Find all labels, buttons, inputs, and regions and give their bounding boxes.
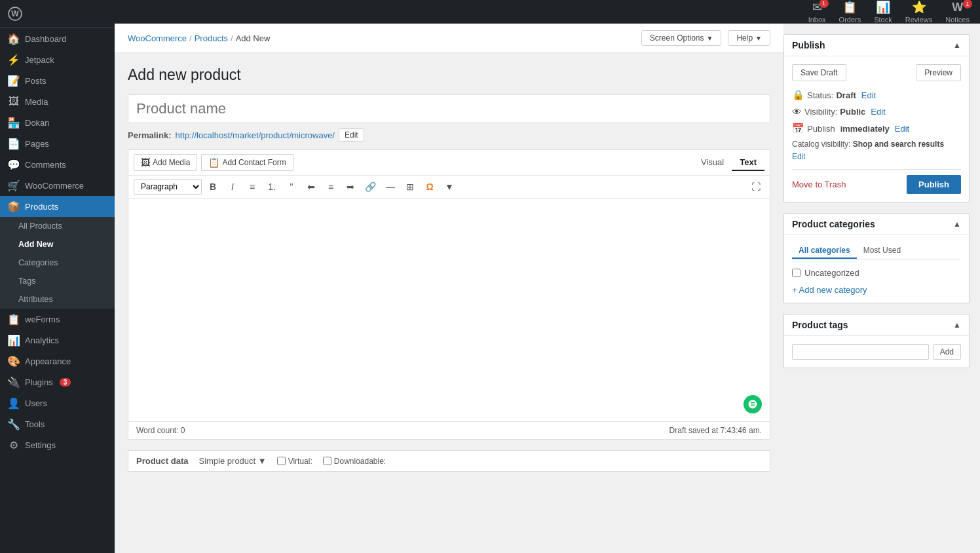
product-categories-body: All categories Most Used Uncategorized +… (784, 235, 969, 303)
horizontal-rule-button[interactable]: — (382, 178, 399, 195)
sidebar-item-products[interactable]: 📦 Products (0, 196, 115, 217)
align-left-button[interactable]: ⬅ (303, 178, 320, 195)
sidebar-item-plugins[interactable]: 🔌 Plugins 3 (0, 372, 115, 392)
grammarly-button[interactable] (744, 395, 762, 413)
sidebar-item-pages[interactable]: 📄 Pages (0, 133, 115, 154)
sidebar-item-weforms[interactable]: 📋 weForms (0, 309, 115, 330)
status-edit-link[interactable]: Edit (861, 90, 876, 100)
virtual-checkbox[interactable] (277, 457, 286, 465)
sidebar-item-all-products[interactable]: All Products (0, 217, 115, 235)
product-tags-toggle-icon[interactable]: ▲ (953, 320, 961, 330)
breadcrumb-woocommerce[interactable]: WooCommerce (128, 33, 187, 43)
add-contact-form-button[interactable]: 📋 Add Contact Form (201, 154, 293, 171)
publish-time-edit-link[interactable]: Edit (895, 124, 909, 134)
permalink-url[interactable]: http://localhost/market/product/microwav… (175, 130, 335, 140)
preview-button[interactable]: Preview (916, 64, 961, 81)
sidebar-item-jetpack[interactable]: ⚡ Jetpack (0, 49, 115, 70)
grammarly-icon (747, 399, 758, 410)
breadcrumb-actions: Screen Options ▼ Help ▼ (641, 30, 770, 46)
page-content: WooCommerce / Products / Add New Screen … (115, 24, 783, 553)
catalog-value: Shop and search results (853, 140, 944, 149)
sidebar-item-tools[interactable]: 🔧 Tools (0, 413, 115, 434)
align-center-button[interactable]: ≡ (322, 178, 339, 195)
topbar-reviews[interactable]: ⭐ Reviews (905, 0, 933, 24)
catalog-edit-link[interactable]: Edit (792, 152, 806, 161)
visibility-edit-link[interactable]: Edit (871, 107, 885, 117)
special-char-button[interactable]: Ω (421, 178, 438, 195)
products-submenu: All Products Add New Categories Tags Att… (0, 217, 115, 309)
breadcrumb-bar: WooCommerce / Products / Add New Screen … (115, 24, 783, 53)
italic-button[interactable]: I (224, 178, 241, 195)
format-select[interactable]: Paragraph Heading 1 Heading 2 Heading 3 … (134, 179, 202, 195)
ordered-list-button[interactable]: 1. (263, 178, 280, 195)
orders-icon: 📋 (842, 0, 857, 14)
sidebar-item-tags[interactable]: Tags (0, 272, 115, 290)
more-options-button[interactable]: ▼ (441, 178, 458, 195)
sidebar-item-add-new[interactable]: Add New (0, 235, 115, 254)
topbar-notices[interactable]: W Notices 1 (945, 1, 970, 24)
cat-item-uncategorized[interactable]: Uncategorized (792, 266, 961, 280)
add-tag-button[interactable]: Add (933, 344, 961, 360)
notices-badge: 1 (963, 0, 972, 9)
sidebar-item-users[interactable]: 👤 Users (0, 392, 115, 413)
table-button[interactable]: ⊞ (402, 178, 419, 195)
bold-button[interactable]: B (204, 178, 221, 195)
sidebar-item-posts[interactable]: 📝 Posts (0, 70, 115, 91)
move-to-trash-button[interactable]: Move to Trash (792, 180, 846, 189)
product-name-input[interactable] (128, 94, 770, 123)
blockquote-button[interactable]: " (283, 178, 300, 195)
sidebar-item-dokan[interactable]: 🏪 Dokan (0, 112, 115, 133)
sidebar-item-dashboard[interactable]: 🏠 Dashboard (0, 28, 115, 49)
topbar-inbox[interactable]: ✉ Inbox 1 (808, 0, 826, 24)
sidebar-item-label: Dashboard (25, 34, 67, 44)
sidebar-item-analytics[interactable]: 📊 Analytics (0, 330, 115, 351)
add-new-category-link[interactable]: + Add new category (792, 285, 867, 295)
publish-actions: Save Draft Preview (792, 64, 961, 81)
tab-all-categories[interactable]: All categories (792, 243, 857, 259)
downloadable-checkbox[interactable] (323, 457, 331, 465)
product-tags-header: Product tags ▲ (784, 315, 969, 336)
status-value: Draft (836, 90, 856, 100)
link-button[interactable]: 🔗 (362, 178, 379, 195)
tab-visual[interactable]: Visual (693, 155, 732, 171)
woocommerce-icon: 🛒 (8, 180, 20, 191)
tags-label: Tags (18, 276, 35, 286)
tab-most-used[interactable]: Most Used (857, 243, 907, 259)
sidebar-item-comments[interactable]: 💬 Comments (0, 154, 115, 175)
sidebar-item-media[interactable]: 🖼 Media (0, 91, 115, 112)
reviews-icon: ⭐ (912, 0, 926, 14)
topbar-stock[interactable]: 📊 Stock (874, 0, 892, 24)
publish-button[interactable]: Publish (907, 175, 961, 194)
topbar-orders[interactable]: 📋 Orders (839, 0, 861, 24)
permalink-row: Permalink: http://localhost/market/produ… (128, 128, 770, 142)
permalink-edit-button[interactable]: Edit (339, 128, 364, 142)
publish-time-row: 📅 Publish immediately Edit (792, 123, 961, 134)
cat-checkbox-uncategorized[interactable] (792, 269, 801, 277)
sidebar-item-categories[interactable]: Categories (0, 254, 115, 272)
sidebar-item-label: Media (25, 97, 48, 107)
unordered-list-button[interactable]: ≡ (244, 178, 261, 195)
publish-toggle-icon[interactable]: ▲ (953, 41, 961, 50)
product-data-type: Simple product ▼ (198, 456, 266, 466)
sidebar-item-attributes[interactable]: Attributes (0, 290, 115, 309)
editor-toolbar-row1: 🖼 Add Media 📋 Add Contact Form Visual Te… (128, 150, 770, 176)
sidebar-item-settings[interactable]: ⚙ Settings (0, 434, 115, 455)
cat-label-uncategorized: Uncategorized (804, 268, 859, 278)
publish-meta-box-body: Save Draft Preview 🔒 Status: Draft Edit … (784, 56, 969, 202)
align-right-button[interactable]: ➡ (342, 178, 359, 195)
save-draft-button[interactable]: Save Draft (792, 64, 846, 81)
weforms-icon: 📋 (8, 313, 20, 325)
screen-options-button[interactable]: Screen Options ▼ (641, 30, 722, 46)
product-categories-toggle-icon[interactable]: ▲ (953, 219, 961, 229)
breadcrumb-products[interactable]: Products (195, 33, 228, 43)
add-media-label: Add Media (153, 158, 190, 167)
editor-body[interactable] (128, 199, 770, 421)
fullscreen-button[interactable]: ⛶ (747, 178, 764, 195)
sidebar-item-appearance[interactable]: 🎨 Appearance (0, 351, 115, 372)
tags-input[interactable] (792, 344, 929, 360)
help-button[interactable]: Help ▼ (728, 30, 770, 46)
sidebar-item-woocommerce[interactable]: 🛒 WooCommerce (0, 175, 115, 196)
tab-text[interactable]: Text (732, 155, 764, 171)
add-media-button[interactable]: 🖼 Add Media (134, 154, 197, 171)
visibility-row: 👁 Visibility: Public Edit (792, 106, 961, 117)
